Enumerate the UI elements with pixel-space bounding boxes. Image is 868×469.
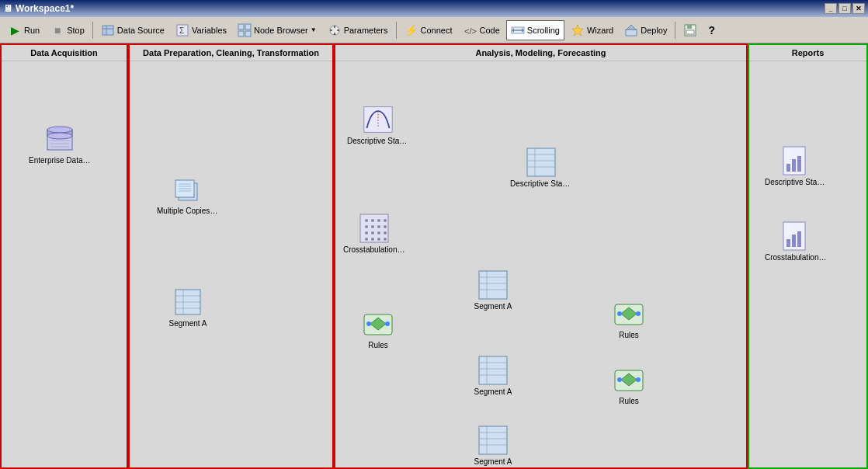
scrolling-button[interactable]: Scrolling bbox=[506, 20, 564, 40]
svg-point-64 bbox=[365, 219, 368, 222]
deploy-icon bbox=[624, 23, 638, 37]
svg-point-101 bbox=[636, 377, 641, 382]
report-desc-stat-label: Descriptive Statisti... bbox=[765, 178, 827, 186]
rules-3-label: Rules bbox=[619, 397, 639, 405]
parameters-label: Parameters bbox=[344, 26, 388, 35]
variables-label: Variables bbox=[192, 26, 227, 35]
lane-preparation-header: Data Preparation, Cleaning, Transformati… bbox=[130, 45, 332, 61]
rules-2-icon bbox=[613, 298, 644, 329]
stop-button[interactable]: ■ Stop bbox=[46, 20, 89, 40]
svg-rect-0 bbox=[102, 26, 113, 35]
wizard-button[interactable]: Wizard bbox=[566, 20, 618, 40]
lane-analysis-header: Analysis, Modeling, Forecasting bbox=[335, 45, 746, 61]
code-button[interactable]: </> Code bbox=[459, 20, 505, 40]
svg-rect-113 bbox=[792, 234, 796, 247]
stop-label: Stop bbox=[67, 26, 85, 35]
rules-1-icon bbox=[363, 308, 394, 339]
svg-rect-108 bbox=[786, 164, 790, 172]
svg-rect-58 bbox=[527, 148, 555, 176]
svg-point-72 bbox=[365, 231, 368, 234]
wizard-icon bbox=[571, 23, 585, 37]
sep3 bbox=[675, 22, 675, 39]
segment-a-1-label: Segment A bbox=[474, 302, 512, 311]
minimize-button[interactable]: _ bbox=[825, 3, 837, 14]
deploy-button[interactable]: Deploy bbox=[620, 20, 672, 40]
svg-point-74 bbox=[377, 231, 380, 234]
node-enterprise-data[interactable]: Enterprise Data C... bbox=[33, 123, 87, 165]
segment-a-3-icon bbox=[477, 425, 509, 456]
node-segment-a-prep[interactable]: Segment A bbox=[161, 287, 215, 328]
sep1 bbox=[92, 22, 93, 39]
enterprise-data-icon bbox=[44, 123, 75, 155]
node-multiple-copies[interactable]: Multiple Copies of ... bbox=[161, 174, 215, 215]
node-rules-2[interactable]: Rules bbox=[602, 298, 656, 339]
canvas-area: Data Acquisition bbox=[0, 43, 868, 469]
node-segment-a-2[interactable]: Segment A bbox=[466, 355, 520, 396]
segment-a-prep-icon bbox=[172, 287, 203, 318]
save-button[interactable] bbox=[679, 20, 702, 40]
datasource-label: Data Source bbox=[117, 26, 165, 35]
help-button[interactable]: ? bbox=[703, 20, 720, 40]
node-crosstab[interactable]: Crosstabulation T... bbox=[347, 213, 401, 254]
node-desc-stat-2[interactable]: Descriptive Statisti... bbox=[514, 147, 568, 188]
connect-button[interactable]: ⚡ Connect bbox=[400, 20, 457, 40]
svg-rect-93 bbox=[479, 356, 507, 384]
svg-marker-19 bbox=[572, 25, 583, 36]
crosstab-label: Crosstabulation T... bbox=[343, 245, 405, 254]
svg-point-71 bbox=[384, 225, 387, 228]
node-segment-a-3[interactable]: Segment A bbox=[466, 425, 520, 466]
svg-text:Σ: Σ bbox=[179, 26, 184, 35]
svg-point-76 bbox=[365, 238, 368, 241]
wizard-label: Wizard bbox=[587, 26, 613, 35]
node-rules-1[interactable]: Rules bbox=[351, 308, 405, 349]
svg-point-65 bbox=[371, 219, 374, 222]
svg-rect-114 bbox=[797, 231, 801, 247]
close-button[interactable]: ✕ bbox=[852, 3, 865, 14]
desc-stat-2-icon bbox=[526, 147, 557, 178]
lane-acquisition: Data Acquisition bbox=[0, 43, 128, 469]
lane-reports-content: Descriptive Statisti... Crosstabulation … bbox=[749, 61, 866, 462]
node-report-crosstab[interactable]: Crosstabulation T... bbox=[769, 221, 823, 262]
svg-point-83 bbox=[385, 321, 390, 326]
node-rules-3[interactable]: Rules bbox=[602, 364, 656, 405]
variables-button[interactable]: Σ Variables bbox=[171, 20, 231, 40]
segment-a-3-label: Segment A bbox=[474, 457, 512, 466]
connect-label: Connect bbox=[421, 26, 453, 35]
parameters-button[interactable]: Parameters bbox=[323, 20, 393, 40]
desc-stat-1-label: Descriptive Statisti... bbox=[347, 137, 409, 145]
svg-point-77 bbox=[371, 238, 374, 241]
datasource-button[interactable]: Data Source bbox=[96, 20, 169, 40]
node-desc-stat-1[interactable]: Descriptive Statisti... bbox=[351, 104, 405, 145]
crosstab-icon bbox=[359, 213, 390, 244]
code-label: Code bbox=[480, 26, 500, 35]
node-segment-a-1[interactable]: Segment A bbox=[466, 269, 520, 311]
maximize-button[interactable]: □ bbox=[838, 3, 851, 14]
titlebar-controls: _ □ ✕ bbox=[825, 3, 865, 14]
svg-point-70 bbox=[377, 225, 380, 228]
svg-point-79 bbox=[384, 238, 387, 241]
svg-point-78 bbox=[377, 238, 380, 241]
multiple-copies-icon bbox=[172, 174, 203, 205]
report-crosstab-icon bbox=[780, 221, 811, 252]
svg-point-41 bbox=[47, 133, 72, 139]
node-report-desc-stat[interactable]: Descriptive Statisti... bbox=[769, 145, 823, 186]
report-crosstab-label: Crosstabulation T... bbox=[765, 253, 827, 262]
connect-icon: ⚡ bbox=[404, 23, 418, 37]
svg-rect-6 bbox=[245, 24, 251, 30]
nodebrowser-button[interactable]: Node Browser ▼ bbox=[233, 20, 321, 40]
svg-point-82 bbox=[366, 321, 371, 326]
code-icon: </> bbox=[464, 23, 477, 37]
svg-rect-20 bbox=[626, 30, 637, 36]
segment-a-2-icon bbox=[477, 355, 509, 386]
stop-icon: ■ bbox=[50, 23, 64, 37]
datasource-icon bbox=[101, 23, 115, 37]
nodebrowser-arrow: ▼ bbox=[311, 26, 317, 33]
svg-rect-23 bbox=[687, 25, 692, 29]
svg-rect-7 bbox=[238, 31, 244, 36]
run-button[interactable]: ▶ Run bbox=[3, 20, 44, 40]
rules-3-icon bbox=[613, 364, 644, 395]
svg-rect-5 bbox=[238, 24, 244, 30]
rules-1-label: Rules bbox=[368, 341, 388, 349]
svg-rect-24 bbox=[686, 30, 694, 34]
segment-a-prep-label: Segment A bbox=[169, 319, 207, 328]
